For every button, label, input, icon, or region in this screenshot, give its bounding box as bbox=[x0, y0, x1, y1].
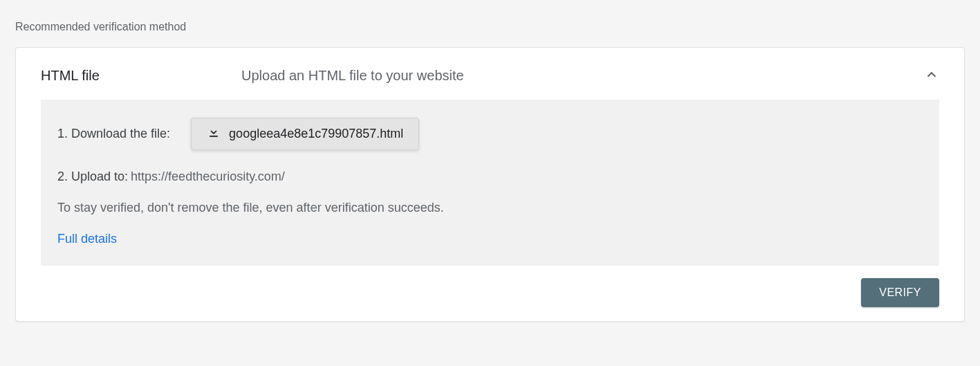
upload-url: https://feedthecuriosity.com/ bbox=[131, 170, 285, 184]
download-filename: googleea4e8e1c79907857.html bbox=[229, 127, 403, 141]
step-2-label: 2. Upload to: bbox=[57, 170, 128, 184]
download-icon bbox=[207, 125, 229, 143]
verification-card: HTML file Upload an HTML file to your we… bbox=[15, 47, 965, 322]
card-body: 1. Download the file: googleea4e8e1c7990… bbox=[41, 100, 939, 266]
download-file-button[interactable]: googleea4e8e1c79907857.html bbox=[191, 118, 419, 150]
verify-button[interactable]: VERIFY bbox=[861, 278, 939, 307]
full-details-link[interactable]: Full details bbox=[57, 232, 117, 246]
card-subtitle: Upload an HTML file to your website bbox=[241, 68, 921, 84]
card-footer: VERIFY bbox=[16, 266, 964, 321]
step-2-row: 2. Upload to: https://feedthecuriosity.c… bbox=[57, 170, 923, 184]
chevron-up-icon[interactable] bbox=[921, 64, 942, 87]
section-label: Recommended verification method bbox=[15, 21, 965, 33]
verification-note: To stay verified, don't remove the file,… bbox=[57, 201, 923, 215]
step-1-label: 1. Download the file: bbox=[57, 127, 170, 141]
card-header[interactable]: HTML file Upload an HTML file to your we… bbox=[16, 48, 964, 100]
step-1-row: 1. Download the file: googleea4e8e1c7990… bbox=[57, 118, 923, 150]
svg-rect-0 bbox=[210, 136, 218, 137]
card-title: HTML file bbox=[41, 68, 241, 84]
